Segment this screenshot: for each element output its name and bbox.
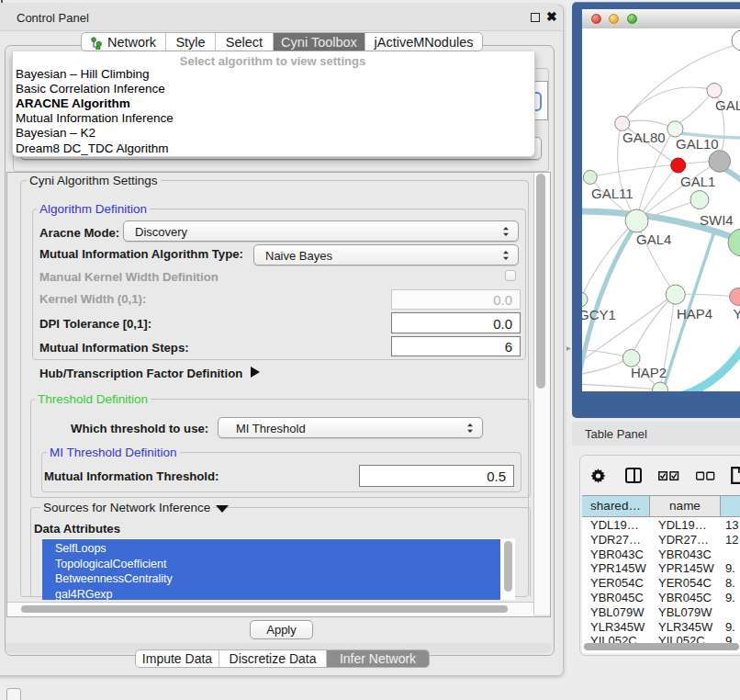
svg-text:YJ: YJ — [734, 306, 740, 322]
svg-text:SWI4: SWI4 — [700, 212, 734, 228]
svg-text:GAL11: GAL11 — [591, 186, 633, 201]
svg-text:GAL2: GAL2 — [715, 97, 740, 113]
svg-text:GAL1: GAL1 — [680, 174, 715, 189]
svg-text:GCY1: GCY1 — [582, 307, 616, 322]
svg-text:HAP4: HAP4 — [677, 306, 712, 322]
svg-text:GAL4: GAL4 — [636, 231, 671, 247]
svg-text:GAL80: GAL80 — [622, 130, 666, 145]
svg-text:GAL10: GAL10 — [676, 136, 719, 152]
svg-text:HAP2: HAP2 — [631, 365, 667, 380]
